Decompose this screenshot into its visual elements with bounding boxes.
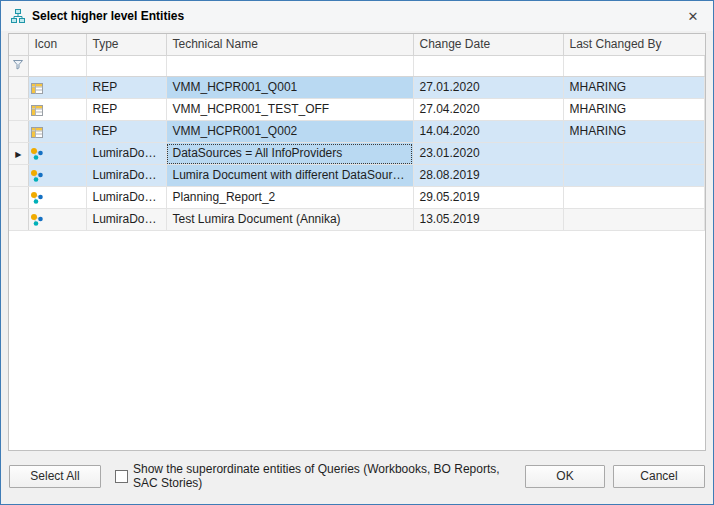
last-changed-by-cell[interactable]: MHARING <box>563 99 705 121</box>
superordinate-checkbox[interactable] <box>115 470 128 483</box>
technical-name-cell[interactable]: Planning_Report_2 <box>166 187 413 209</box>
entity-icon-cell[interactable] <box>28 165 86 187</box>
change-date-cell[interactable]: 29.05.2019 <box>413 187 563 209</box>
row-indicator <box>9 165 28 187</box>
entity-icon-cell[interactable] <box>28 121 86 143</box>
type-cell[interactable]: REP <box>86 121 166 143</box>
row-indicator <box>9 77 28 99</box>
last-changed-by-cell[interactable]: MHARING <box>563 77 705 99</box>
type-cell[interactable]: LumiraDocum... <box>86 209 166 231</box>
table-row[interactable]: ▶ LumiraDocum... DataSources = <box>9 143 705 165</box>
hierarchy-icon <box>10 8 26 24</box>
change-date-cell[interactable]: 27.01.2020 <box>413 77 563 99</box>
filter-cell-type[interactable] <box>86 56 166 77</box>
row-indicator <box>9 187 28 209</box>
entity-icon-cell[interactable] <box>28 143 86 165</box>
entity-icon-cell[interactable] <box>28 77 86 99</box>
entity-icon-cell[interactable] <box>28 99 86 121</box>
type-cell[interactable]: LumiraDocum... <box>86 143 166 165</box>
superordinate-checkbox-label[interactable]: Show the superordinate entities of Queri… <box>133 462 525 490</box>
row-indicator <box>9 209 28 231</box>
last-changed-by-cell[interactable] <box>563 143 705 165</box>
dialog-select-higher-level-entities: Select higher level Entities ✕ Icon Type… <box>0 0 714 505</box>
column-header-change-date[interactable]: Change Date <box>413 34 563 56</box>
footer: Select All Show the superordinate entiti… <box>1 451 713 504</box>
change-date-cell[interactable]: 23.01.2020 <box>413 143 563 165</box>
technical-name-cell[interactable]: VMM_HCPR001_TEST_OFF <box>166 99 413 121</box>
titlebar: Select higher level Entities ✕ <box>1 1 713 31</box>
filter-cell-change-date[interactable] <box>413 56 563 77</box>
filter-row <box>9 56 705 77</box>
column-header-technical-name[interactable]: Technical Name <box>166 34 413 56</box>
table-row[interactable]: REP VMM_HCPR001_Q001 27.01.2020 MHARING <box>9 77 705 99</box>
lumira-document-icon <box>29 212 45 228</box>
filter-funnel-icon <box>12 59 24 73</box>
last-changed-by-cell[interactable] <box>563 187 705 209</box>
report-icon <box>29 80 45 96</box>
last-changed-by-cell[interactable] <box>563 165 705 187</box>
change-date-cell[interactable]: 27.04.2020 <box>413 99 563 121</box>
report-icon <box>29 102 45 118</box>
type-cell[interactable]: LumiraDocum... <box>86 187 166 209</box>
lumira-document-icon <box>29 146 45 162</box>
table-row[interactable]: REP VMM_HCPR001_Q002 14.04.2020 MHARING <box>9 121 705 143</box>
entity-icon-cell[interactable] <box>28 209 86 231</box>
column-header-icon[interactable]: Icon <box>28 34 86 56</box>
technical-name-cell[interactable]: Lumira Document with different DataSourc… <box>166 165 413 187</box>
table-row[interactable]: LumiraDocum... Planning_Report_2 29.05.2… <box>9 187 705 209</box>
row-indicator-header <box>9 34 28 56</box>
last-changed-by-cell[interactable] <box>563 209 705 231</box>
row-indicator <box>9 99 28 121</box>
last-changed-by-cell[interactable]: MHARING <box>563 121 705 143</box>
close-button[interactable]: ✕ <box>682 5 704 27</box>
column-header-last-changed-by[interactable]: Last Changed By <box>563 34 705 56</box>
lumira-document-icon <box>29 190 45 206</box>
technical-name-cell[interactable]: DataSources = All InfoProviders <box>166 143 413 165</box>
filter-cell-icon[interactable] <box>28 56 86 77</box>
technical-name-cell[interactable]: VMM_HCPR001_Q002 <box>166 121 413 143</box>
change-date-cell[interactable]: 28.08.2019 <box>413 165 563 187</box>
entity-icon-cell[interactable] <box>28 187 86 209</box>
change-date-cell[interactable]: 14.04.2020 <box>413 121 563 143</box>
type-cell[interactable]: REP <box>86 99 166 121</box>
filter-row-indicator <box>9 56 28 77</box>
column-header-type[interactable]: Type <box>86 34 166 56</box>
type-cell[interactable]: LumiraDocum... <box>86 165 166 187</box>
window-title: Select higher level Entities <box>32 9 184 23</box>
report-icon <box>29 124 45 140</box>
ok-button[interactable]: OK <box>525 465 605 488</box>
select-all-button[interactable]: Select All <box>9 465 101 488</box>
table-row[interactable]: LumiraDocum... Test Lumira Document (Ann… <box>9 209 705 231</box>
grid-body: REP VMM_HCPR001_Q001 27.01.2020 MHARING <box>9 77 705 231</box>
row-indicator: ▶ <box>9 143 28 165</box>
cancel-button[interactable]: Cancel <box>613 465 705 488</box>
technical-name-cell[interactable]: VMM_HCPR001_Q001 <box>166 77 413 99</box>
change-date-cell[interactable]: 13.05.2019 <box>413 209 563 231</box>
grid-header-row: Icon Type Technical Name Change Date Las… <box>9 34 705 56</box>
table-row[interactable]: LumiraDocum... Lumira Document with diff… <box>9 165 705 187</box>
row-indicator <box>9 121 28 143</box>
current-row-arrow: ▶ <box>15 150 21 159</box>
entities-grid: Icon Type Technical Name Change Date Las… <box>9 34 705 231</box>
type-cell[interactable]: REP <box>86 77 166 99</box>
technical-name-cell[interactable]: Test Lumira Document (Annika) <box>166 209 413 231</box>
filter-cell-last-changed-by[interactable] <box>563 56 705 77</box>
lumira-document-icon <box>29 168 45 184</box>
entities-grid-container: Icon Type Technical Name Change Date Las… <box>8 33 706 451</box>
filter-cell-technical-name[interactable] <box>166 56 413 77</box>
table-row[interactable]: REP VMM_HCPR001_TEST_OFF 27.04.2020 MHAR… <box>9 99 705 121</box>
